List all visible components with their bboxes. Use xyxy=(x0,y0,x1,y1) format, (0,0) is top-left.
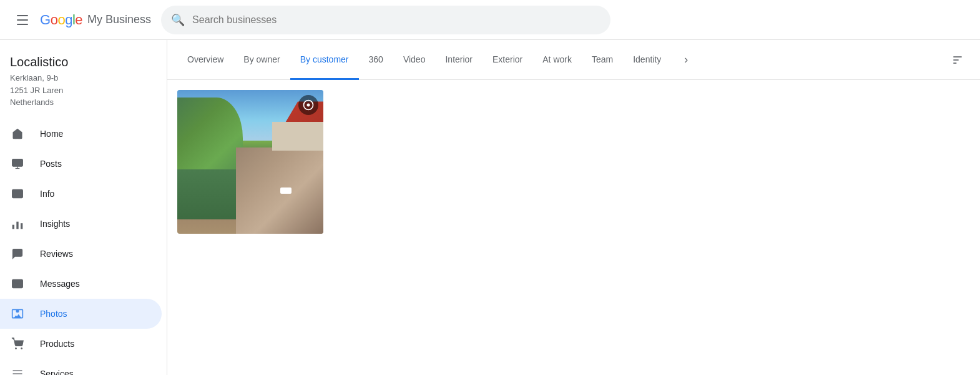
sidebar-item-products-label: Products xyxy=(40,339,74,349)
tab-interior[interactable]: Interior xyxy=(435,40,483,80)
photo-area xyxy=(167,80,980,244)
insights-icon xyxy=(10,216,25,231)
tab-by-customer[interactable]: By customer xyxy=(290,40,359,80)
tab-more-button[interactable]: › xyxy=(674,48,698,72)
svg-rect-3 xyxy=(12,189,23,198)
business-info: Localistico Kerklaan, 9-b 1251 JR Laren … xyxy=(0,50,167,119)
search-input[interactable] xyxy=(192,14,600,26)
sidebar-item-insights[interactable]: Insights xyxy=(0,209,162,239)
sidebar-item-insights-label: Insights xyxy=(40,219,70,229)
sidebar-item-products[interactable]: Products xyxy=(0,329,162,359)
photo-360-badge xyxy=(298,95,318,115)
tab-360[interactable]: 360 xyxy=(359,40,393,80)
svg-rect-5 xyxy=(12,224,14,229)
sidebar-item-services-label: Services xyxy=(40,369,74,376)
business-address: Kerklaan, 9-b 1251 JR Laren Netherlands xyxy=(10,72,157,109)
tab-video[interactable]: Video xyxy=(393,40,436,80)
products-icon xyxy=(10,336,25,351)
sidebar-item-home-label: Home xyxy=(40,129,63,139)
sidebar: Localistico Kerklaan, 9-b 1251 JR Laren … xyxy=(0,40,167,375)
sidebar-item-info-label: Info xyxy=(40,189,54,199)
hamburger-menu[interactable] xyxy=(10,8,35,32)
svg-rect-6 xyxy=(16,221,18,229)
home-icon xyxy=(10,126,25,141)
tab-by-owner[interactable]: By owner xyxy=(233,40,290,80)
posts-icon xyxy=(10,156,25,171)
photo-tabs: Overview By owner By customer 360 Video … xyxy=(167,40,980,80)
google-logo[interactable]: Google My Business xyxy=(40,12,151,28)
info-icon xyxy=(10,186,25,201)
tab-overview[interactable]: Overview xyxy=(177,40,233,80)
svg-rect-0 xyxy=(12,159,23,166)
photo-item[interactable] xyxy=(177,90,323,234)
sidebar-item-messages-label: Messages xyxy=(40,279,80,289)
svg-point-9 xyxy=(21,348,22,349)
tab-sort-button[interactable] xyxy=(945,48,970,72)
sidebar-item-info[interactable]: Info xyxy=(0,179,162,209)
services-icon xyxy=(10,366,25,376)
sidebar-item-posts-label: Posts xyxy=(40,159,62,169)
tab-at-work[interactable]: At work xyxy=(532,40,582,80)
sidebar-item-home[interactable]: Home xyxy=(0,119,162,149)
sidebar-item-photos[interactable]: Photos xyxy=(0,299,162,329)
search-icon: 🔍 xyxy=(171,13,185,27)
tab-exterior[interactable]: Exterior xyxy=(483,40,532,80)
sidebar-item-services[interactable]: Services xyxy=(0,359,162,376)
sidebar-item-photos-label: Photos xyxy=(40,309,67,319)
sidebar-item-messages[interactable]: Messages xyxy=(0,269,162,299)
sidebar-item-reviews[interactable]: Reviews xyxy=(0,239,162,269)
app-layout: Localistico Kerklaan, 9-b 1251 JR Laren … xyxy=(0,40,980,375)
app-header: Google My Business 🔍 xyxy=(0,0,980,40)
business-name: Localistico xyxy=(10,55,157,69)
sidebar-item-reviews-label: Reviews xyxy=(40,249,73,259)
tab-team[interactable]: Team xyxy=(582,40,623,80)
svg-point-8 xyxy=(16,348,17,349)
tab-identity[interactable]: Identity xyxy=(623,40,671,80)
photos-icon xyxy=(10,306,25,321)
main-content: Overview By owner By customer 360 Video … xyxy=(167,40,980,375)
sidebar-item-posts[interactable]: Posts xyxy=(0,149,162,179)
app-name-label: My Business xyxy=(87,13,151,26)
reviews-icon xyxy=(10,246,25,261)
svg-rect-7 xyxy=(21,223,22,229)
search-bar[interactable]: 🔍 xyxy=(161,6,610,34)
messages-icon xyxy=(10,276,25,291)
google-wordmark: Google xyxy=(40,12,82,28)
